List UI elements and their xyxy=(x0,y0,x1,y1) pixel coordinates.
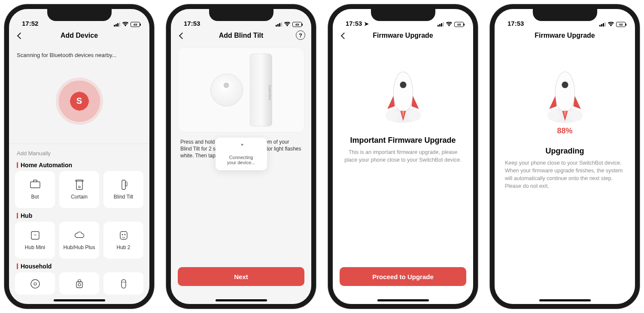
tile-label: Blind Tilt xyxy=(114,194,133,200)
lock-icon xyxy=(73,278,86,289)
scanning-indicator: S xyxy=(9,58,149,144)
upgrade-percent: 88% xyxy=(557,126,572,135)
firmware-body: This is an important firmware upgrade, p… xyxy=(333,145,473,164)
nav-header: Add Blind Tilt ? xyxy=(171,28,311,43)
battery-icon: 49 xyxy=(454,22,464,27)
home-indicator[interactable] xyxy=(539,299,591,301)
help-button[interactable]: ? xyxy=(296,30,305,40)
connecting-toast: Connecting your device... xyxy=(216,138,267,170)
knob-icon xyxy=(210,74,243,106)
device-tile-blind-tilt[interactable]: Blind Tilt xyxy=(103,171,143,208)
battery-icon: 49 xyxy=(616,22,626,27)
home-indicator[interactable] xyxy=(216,299,267,301)
cellular-icon xyxy=(276,22,282,27)
wifi-icon xyxy=(446,22,453,27)
page-title: Add Device xyxy=(61,32,98,39)
hub-mini-icon xyxy=(29,230,42,241)
page-title: Add Blind Tilt xyxy=(219,32,264,39)
svg-rect-17 xyxy=(76,282,82,288)
rod-icon: SwitchBot xyxy=(250,54,272,126)
battery-icon: 49 xyxy=(131,22,140,27)
device-tile-household-3[interactable] xyxy=(103,272,143,295)
svg-point-7 xyxy=(79,186,80,188)
device-tile-household-2[interactable] xyxy=(59,272,99,295)
tile-label: Curtain xyxy=(71,194,88,200)
tile-label: Hub 2 xyxy=(116,244,130,250)
page-title: Firmware Upgrade xyxy=(535,32,595,39)
tile-label: Hub/Hub Plus xyxy=(63,244,95,250)
phone-add-device: 17:52 49 Add Device Scanning for Bluetoo… xyxy=(4,4,154,309)
connecting-sub: your device... xyxy=(219,160,264,165)
curtain-icon xyxy=(73,179,86,190)
phone-firmware-prompt: 17:53 ➤ 49 Firmware Upgrade Important Fi… xyxy=(328,4,478,309)
hub2-icon xyxy=(117,230,130,241)
back-button[interactable] xyxy=(339,30,349,41)
cellular-icon xyxy=(599,22,606,27)
svg-rect-10 xyxy=(31,232,39,239)
wifi-icon xyxy=(608,22,614,27)
clock: 17:53 ➤ xyxy=(346,20,369,27)
cellular-icon xyxy=(114,22,120,27)
firmware-body: Keep your phone close to your SwitchBot … xyxy=(495,156,635,190)
svg-rect-8 xyxy=(122,180,125,190)
back-button[interactable] xyxy=(177,30,187,41)
home-indicator[interactable] xyxy=(54,299,105,301)
proceed-upgrade-button[interactable]: Proceed to Upgrade xyxy=(340,267,466,286)
tile-label: Hub Mini xyxy=(25,244,45,250)
wifi-icon xyxy=(122,22,129,27)
section-household: Household xyxy=(9,259,149,272)
device-tile-household-1[interactable] xyxy=(15,272,55,295)
phone-add-blind-tilt: 17:53 49 Add Blind Tilt ? SwitchBot Pres… xyxy=(166,4,316,309)
back-button[interactable] xyxy=(15,30,25,41)
nav-header: Firmware Upgrade xyxy=(495,28,635,43)
page-title: Firmware Upgrade xyxy=(373,32,433,39)
svg-point-15 xyxy=(31,280,39,288)
nav-header: Firmware Upgrade xyxy=(333,28,473,43)
battery-icon: 49 xyxy=(292,22,302,27)
vacuum-icon xyxy=(29,278,42,289)
device-tile-bot[interactable]: Bot xyxy=(15,171,55,208)
bot-icon xyxy=(29,179,42,190)
location-icon: ➤ xyxy=(364,21,369,27)
svg-rect-20 xyxy=(122,280,126,288)
svg-rect-12 xyxy=(120,232,127,239)
add-manually-label: Add Manually xyxy=(9,144,149,157)
wifi-icon xyxy=(284,22,291,27)
blind-tilt-icon xyxy=(117,179,130,190)
clock: 17:53 xyxy=(184,20,200,27)
home-indicator[interactable] xyxy=(377,299,429,301)
svg-point-14 xyxy=(124,234,125,235)
svg-point-16 xyxy=(34,283,36,285)
device-tile-curtain[interactable]: Curtain xyxy=(59,171,99,208)
svg-point-13 xyxy=(122,234,123,235)
firmware-heading: Upgrading xyxy=(546,147,584,156)
device-tile-hub-mini[interactable]: Hub Mini xyxy=(15,222,55,259)
svg-rect-4 xyxy=(30,182,40,188)
product-illustration: SwitchBot xyxy=(178,48,304,132)
clock: 17:52 xyxy=(22,20,38,27)
scan-pulse-icon: S xyxy=(56,78,103,125)
scanning-label: Scanning for Bluetooth devices nearby... xyxy=(9,43,149,58)
device-tile-hub-2[interactable]: Hub 2 xyxy=(103,222,143,259)
firmware-heading: Important Firmware Upgrade xyxy=(350,136,456,145)
clock: 17:53 xyxy=(507,20,524,27)
tile-label: Bot xyxy=(31,194,39,200)
spinner-icon xyxy=(237,144,245,151)
section-hub: Hub xyxy=(9,208,149,222)
section-home-automation: Home Automation xyxy=(9,157,149,171)
rocket-icon xyxy=(380,69,427,125)
cloud-icon xyxy=(73,230,86,241)
rocket-icon xyxy=(541,69,589,125)
sensor-icon xyxy=(117,278,130,289)
svg-point-18 xyxy=(78,283,81,286)
connecting-title: Connecting xyxy=(219,155,264,160)
nav-header: Add Device xyxy=(9,28,149,43)
cellular-icon xyxy=(437,22,444,27)
device-tile-hub-plus[interactable]: Hub/Hub Plus xyxy=(59,222,99,259)
next-button[interactable]: Next xyxy=(178,267,304,286)
phone-firmware-upgrading: 17:53 49 Firmware Upgrade 88% Upgrading … xyxy=(490,4,640,309)
